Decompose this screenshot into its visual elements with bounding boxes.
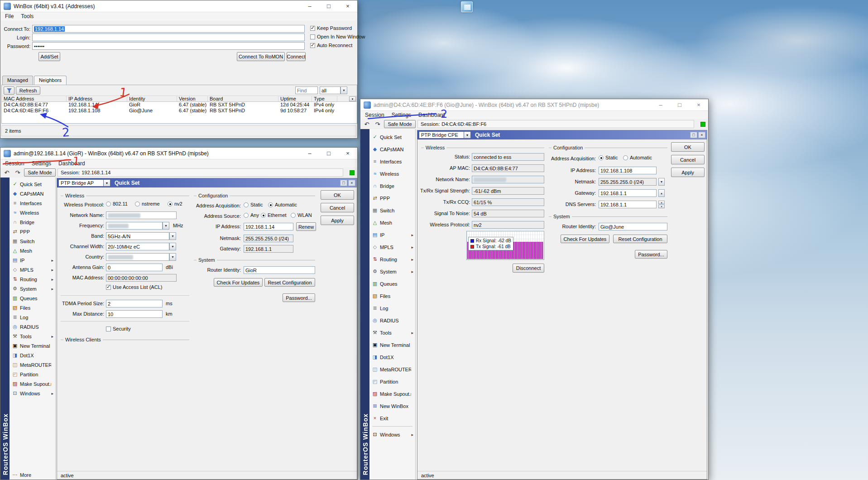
sidebar-item[interactable]: ⊡ Windows ▸ bbox=[10, 389, 55, 398]
table-row[interactable]: D4:CA:6D:8B:E4:77 192.168.1.14 GioR 6.47… bbox=[2, 102, 357, 108]
quickset-titlebar[interactable]: PTP Bridge AP ▼ Quick Set □ × bbox=[57, 178, 357, 187]
sidebar-item[interactable]: ◎ RADIUS bbox=[369, 314, 415, 326]
connect-button[interactable]: Connect bbox=[287, 52, 306, 61]
country-select[interactable] bbox=[106, 253, 169, 261]
password-button[interactable]: Password... bbox=[283, 293, 315, 302]
sidebar-item[interactable]: ◆ CAPsMAN bbox=[10, 189, 55, 198]
sidebar-item[interactable]: ◎ RADIUS bbox=[10, 322, 55, 331]
gior-titlebar[interactable]: admin@192.168.1.14 (GioR) - WinBox (64bi… bbox=[0, 148, 357, 159]
reset-configuration-button[interactable]: Reset Configuration bbox=[613, 235, 667, 243]
auto-reconnect-checkbox[interactable]: Auto Reconnect bbox=[310, 43, 352, 48]
sidebar-item[interactable]: ◰ Partition bbox=[369, 375, 415, 388]
sidebar-item[interactable]: ⚒ Tools ▸ bbox=[369, 326, 415, 339]
table-row[interactable]: D4:CA:6D:4E:BF:F6 192.168.1.108 Gio@June… bbox=[2, 108, 357, 114]
quickset-mode-select[interactable]: PTP Bridge AP bbox=[58, 179, 104, 187]
max-distance-input[interactable]: 10 bbox=[106, 310, 163, 318]
sidebar-item[interactable]: ▧ Files bbox=[10, 303, 55, 312]
connect-to-input[interactable]: 192.168.1.14 bbox=[32, 25, 305, 33]
radio-ethernet[interactable]: Ethernet bbox=[261, 212, 287, 218]
col-board[interactable]: Board bbox=[208, 96, 278, 101]
menu-item[interactable]: Dashboard bbox=[55, 160, 89, 167]
maximize-icon[interactable]: □ bbox=[319, 0, 338, 12]
sidebar-item[interactable]: ◰ Partition bbox=[10, 370, 55, 379]
redo-icon[interactable]: ↷ bbox=[373, 120, 382, 128]
radio-static[interactable]: Static bbox=[599, 155, 618, 160]
keep-password-checkbox[interactable]: Keep Password bbox=[310, 25, 352, 31]
password-button[interactable]: Password... bbox=[635, 250, 667, 259]
column-menu-icon[interactable]: ▼ bbox=[349, 96, 356, 101]
dropdown-icon[interactable]: ▼ bbox=[169, 243, 176, 250]
sidebar-item[interactable]: ▣ New Terminal bbox=[10, 341, 55, 350]
dns-servers-input[interactable]: 192.168.1.1 bbox=[599, 201, 657, 208]
minimize-icon[interactable]: – bbox=[300, 0, 319, 12]
restore-icon[interactable]: □ bbox=[340, 180, 347, 186]
router-identity-input[interactable]: GioR bbox=[244, 266, 315, 274]
sidebar-item[interactable]: ≣ Log bbox=[369, 302, 415, 314]
radio-any[interactable]: Any bbox=[244, 212, 259, 218]
col-uptime[interactable]: Uptime bbox=[278, 96, 312, 101]
sidebar-item[interactable]: ≡ Interfaces bbox=[10, 198, 55, 208]
col-type[interactable]: Type bbox=[312, 96, 337, 101]
radio-automatic[interactable]: Automatic bbox=[268, 202, 297, 207]
security-checkbox[interactable]: Security bbox=[106, 326, 131, 331]
filter-scope-select[interactable]: all bbox=[320, 86, 340, 94]
col-version[interactable]: Version bbox=[177, 96, 208, 101]
close-icon[interactable]: × bbox=[338, 148, 357, 159]
sidebar-item[interactable]: △ Mesh bbox=[369, 216, 415, 229]
sidebar-item[interactable]: ⇄ PPP bbox=[369, 192, 415, 204]
sidebar-item[interactable]: ∩ Bridge bbox=[369, 180, 415, 192]
tab-neighbors[interactable]: Neighbors bbox=[34, 76, 67, 85]
filter-icon[interactable] bbox=[4, 86, 14, 95]
sidebar-item[interactable]: ✓ Quick Set bbox=[10, 179, 55, 189]
june-titlebar[interactable]: admin@D4:CA:6D:4E:BF:F6 (Gio@June) - Win… bbox=[360, 99, 708, 111]
radio-80211[interactable]: 802.11 bbox=[106, 201, 128, 206]
network-name-input[interactable] bbox=[106, 211, 177, 219]
addresses-titlebar[interactable]: WinBox (64bit) v3.41 (Addresses) – □ × bbox=[0, 0, 357, 12]
maximize-icon[interactable]: □ bbox=[670, 99, 689, 110]
quickset-mode-select[interactable]: PTP Bridge CPE bbox=[419, 131, 464, 139]
sidebar-item[interactable]: ◇ MPLS ▸ bbox=[369, 241, 415, 253]
disconnect-button[interactable]: Disconnect bbox=[513, 264, 544, 273]
use-access-list-checkbox[interactable]: Use Access List (ACL) bbox=[106, 284, 162, 290]
cancel-button[interactable]: Cancel bbox=[321, 203, 354, 212]
sidebar-item[interactable]: ▨ Make Supout.rif bbox=[10, 379, 55, 389]
frequency-input[interactable] bbox=[106, 222, 163, 230]
sidebar-item[interactable]: ≡ Interfaces bbox=[369, 155, 415, 168]
minimize-icon[interactable]: – bbox=[300, 148, 319, 159]
sidebar-item-more[interactable]: ⋯ More bbox=[10, 470, 55, 480]
sidebar-item[interactable]: ◨ Dot1X bbox=[10, 350, 55, 360]
safe-mode-button[interactable]: Safe Mode bbox=[24, 168, 56, 177]
netmask-select[interactable]: 255.255.255.0 (/24) bbox=[599, 178, 657, 186]
sidebar-item[interactable]: ⚒ Tools ▸ bbox=[10, 331, 55, 341]
maximize-icon[interactable]: □ bbox=[319, 148, 338, 159]
close-icon[interactable]: × bbox=[689, 99, 708, 110]
tdma-period-input[interactable]: 2 bbox=[106, 300, 163, 307]
dropdown-icon[interactable]: ▼ bbox=[658, 178, 665, 186]
check-for-updates-button[interactable]: Check For Updates bbox=[214, 278, 263, 287]
password-input[interactable]: •••••• bbox=[32, 42, 305, 50]
menu-item[interactable]: Dashboard bbox=[415, 111, 449, 119]
sidebar-item-windows[interactable]: ⊡ Windows ▸ bbox=[369, 428, 415, 441]
sidebar-item[interactable]: ▥ Queues bbox=[10, 293, 55, 303]
sidebar-item[interactable]: ⚙ System ▸ bbox=[10, 284, 55, 293]
quickset-titlebar[interactable]: PTP Bridge CPE ▼ Quick Set □ × bbox=[417, 130, 707, 139]
close-icon[interactable]: × bbox=[338, 0, 357, 12]
login-input[interactable] bbox=[32, 34, 305, 41]
menu-item[interactable]: Tools bbox=[17, 13, 37, 20]
channel-width-select[interactable]: 20/-10MHz eC bbox=[106, 243, 169, 250]
sidebar-item[interactable]: △ Mesh bbox=[10, 246, 55, 255]
menu-item[interactable]: Session bbox=[1, 160, 28, 167]
router-identity-input[interactable]: Gio@June bbox=[599, 223, 667, 230]
menu-item[interactable]: Settings bbox=[388, 111, 415, 119]
sidebar-item[interactable]: ⚙ System ▸ bbox=[369, 265, 415, 278]
sidebar-item[interactable]: ⇅ Routing ▸ bbox=[369, 253, 415, 265]
dropdown-icon[interactable]: ▼ bbox=[163, 222, 169, 230]
col-ip[interactable]: IP Address bbox=[67, 96, 127, 101]
connect-to-romon-button[interactable]: Connect To RoMON bbox=[237, 52, 285, 61]
dropdown-icon[interactable]: ▼ bbox=[104, 179, 110, 187]
cancel-button[interactable]: Cancel bbox=[671, 155, 705, 164]
sidebar-item[interactable]: ▦ Switch bbox=[369, 204, 415, 216]
dropdown-icon[interactable]: ▼ bbox=[340, 86, 347, 94]
down-arrow-icon[interactable]: ▼ bbox=[658, 205, 665, 208]
undo-icon[interactable]: ↶ bbox=[362, 120, 371, 128]
